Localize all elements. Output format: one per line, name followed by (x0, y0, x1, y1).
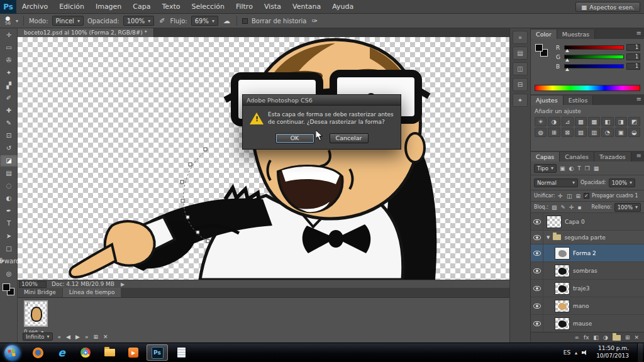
internet-explorer-icon[interactable]: e (51, 344, 72, 361)
start-button[interactable] (4, 345, 20, 361)
visibility-toggle[interactable] (531, 231, 543, 244)
status-flyout-arrow-icon[interactable]: ▶ (121, 282, 125, 287)
lasso-tool[interactable]: ✇ (0, 53, 18, 66)
zoom-tool[interactable]: ◎ (0, 267, 18, 280)
visibility-toggle[interactable] (531, 315, 543, 332)
first-frame-button[interactable]: « (58, 334, 62, 340)
foreground-color-swatch[interactable] (535, 44, 543, 52)
previous-frame-button[interactable]: ◀ (66, 334, 70, 340)
layer-row-mano[interactable]: mano (531, 297, 644, 315)
history-panel-icon[interactable]: ▤ (513, 47, 528, 60)
shape-tool[interactable]: □ (0, 242, 18, 255)
layer-thumbnail[interactable] (555, 265, 570, 277)
panel-menu-icon[interactable]: ≡ (636, 96, 641, 102)
filter-adjustment-icon[interactable]: ◐ (568, 165, 574, 172)
green-value-field[interactable]: 1 (626, 53, 640, 60)
adjustment-icon[interactable]: ▥ (588, 128, 600, 137)
marquee-tool[interactable]: ▭ (0, 41, 18, 53)
opacity-dropdown[interactable]: 100% ▾ (123, 16, 155, 26)
layer-row-traje3[interactable]: traje3 (531, 280, 644, 297)
layer-opacity-dropdown[interactable]: 100% ▾ (609, 178, 635, 187)
green-slider[interactable] (564, 55, 624, 59)
slider-thumb[interactable] (565, 68, 569, 71)
history-brush-tool[interactable]: ↺ (0, 141, 18, 154)
show-desktop-button[interactable] (637, 343, 643, 362)
chrome-icon[interactable] (75, 344, 96, 361)
adjustment-icon[interactable]: ▦ (588, 117, 600, 126)
adjustment-icon[interactable]: ◍ (535, 128, 547, 137)
filter-type-icon[interactable]: T (577, 165, 582, 172)
filter-shape-icon[interactable]: ❐ (584, 165, 591, 172)
visibility-toggle[interactable] (531, 213, 543, 230)
photoshop-taskbar-icon[interactable]: Ps (147, 344, 168, 361)
actions-panel-icon[interactable]: ✦ (513, 94, 528, 107)
menu-item-capa[interactable]: Capa (127, 0, 156, 13)
unify-visibility-icon[interactable]: ◫ (566, 193, 573, 199)
red-slider[interactable] (564, 45, 624, 50)
adjustment-icon[interactable]: ⊿ (562, 117, 574, 126)
delete-frame-button[interactable]: ✕ (103, 334, 108, 340)
brush-preset-picker[interactable]: ● 56 (4, 15, 12, 26)
menu-item-filtro[interactable]: Filtro (230, 0, 258, 13)
propagate-frame-checkbox[interactable]: ✓ (584, 193, 589, 199)
adjustment-icon[interactable]: ⊞ (548, 128, 560, 137)
menu-item-seleccion[interactable]: Selección (186, 0, 230, 13)
adjustment-icon[interactable]: ▩ (575, 117, 587, 126)
erase-history-checkbox[interactable] (242, 18, 248, 24)
adjustment-icon[interactable]: ☀ (535, 117, 547, 126)
document-tab[interactable]: boceto12.psd al 100% (Forma 2, RGB/8#) * (18, 28, 154, 37)
color-spectrum-ramp[interactable] (535, 85, 640, 91)
menu-item-archivo[interactable]: Archivo (16, 0, 53, 13)
tab-trazados[interactable]: Trazados (594, 152, 631, 162)
tab-capas[interactable]: Capas (531, 152, 560, 162)
info-panel-icon[interactable]: ⊟ (513, 78, 528, 91)
layer-thumbnail[interactable] (547, 216, 562, 228)
blur-tool[interactable]: ◌ (0, 179, 18, 192)
tab-muestras[interactable]: Muestras (557, 30, 595, 39)
visibility-toggle[interactable] (531, 262, 543, 279)
new-layer-icon[interactable]: ⊞ (625, 334, 630, 341)
pen-tool[interactable]: ✒ (0, 204, 18, 217)
move-tool[interactable]: ✛ (0, 28, 18, 41)
red-value-field[interactable]: 1 (626, 44, 640, 51)
expand-panels-icon[interactable]: » (513, 31, 528, 44)
foreground-color-swatch[interactable] (3, 283, 10, 291)
fill-dropdown[interactable]: 100% ▾ (614, 203, 641, 212)
crop-tool[interactable]: ▞ (0, 79, 18, 91)
tab-mini-bridge[interactable]: Mini Bridge (18, 288, 62, 297)
layer-group-row[interactable]: ▼ segunda parte (531, 231, 644, 244)
menu-item-texto[interactable]: Texto (157, 0, 186, 13)
adjustment-icon[interactable]: ⊠ (562, 128, 574, 137)
mode-dropdown[interactable]: Pincel ▾ (52, 16, 84, 26)
hand-tool[interactable]: �ward (0, 255, 18, 267)
type-tool[interactable]: T (0, 217, 18, 229)
loop-dropdown[interactable]: Infinito ▾ (23, 332, 53, 341)
tab-estilos[interactable]: Estilos (564, 96, 594, 105)
layer-mask-icon[interactable]: ◧ (594, 334, 599, 341)
next-frame-button[interactable]: » (85, 334, 89, 340)
adjustment-icon[interactable]: ◨ (615, 117, 627, 126)
brush-preset-arrow-icon[interactable]: ▾ (16, 18, 18, 24)
link-layers-icon[interactable]: ∞ (575, 334, 580, 341)
adjustment-icon[interactable]: ▣ (615, 128, 627, 137)
dialog-title[interactable]: Adobe Photoshop CS6 (243, 95, 401, 106)
adjustment-layer-icon[interactable]: ◑ (603, 334, 608, 341)
file-explorer-icon[interactable] (99, 344, 120, 361)
menu-item-imagen[interactable]: Imagen (90, 0, 127, 13)
adjustment-icon[interactable]: ▤ (575, 128, 587, 137)
path-selection-tool[interactable]: ➤ (0, 229, 18, 242)
layer-row-capa0[interactable]: Capa 0 (531, 213, 644, 231)
properties-panel-icon[interactable]: ◫ (513, 62, 528, 75)
tray-expand-icon[interactable]: ▴ (575, 350, 577, 356)
adjustment-icon[interactable]: ◑ (548, 117, 560, 126)
new-group-icon[interactable] (613, 335, 621, 341)
trash-icon[interactable]: ✕ (634, 334, 639, 341)
animation-frame-1[interactable]: 1 (24, 300, 48, 327)
lock-transparency-icon[interactable]: ▨ (551, 204, 558, 211)
layer-row-forma2[interactable]: Forma 2 (531, 244, 644, 262)
language-indicator[interactable]: ES (564, 349, 570, 356)
duplicate-frame-button[interactable]: ⊞ (93, 334, 98, 340)
zoom-level-field[interactable]: 100% (19, 281, 47, 288)
menu-item-vista[interactable]: Vista (258, 0, 287, 13)
media-player-icon[interactable]: ▶ (123, 344, 144, 361)
